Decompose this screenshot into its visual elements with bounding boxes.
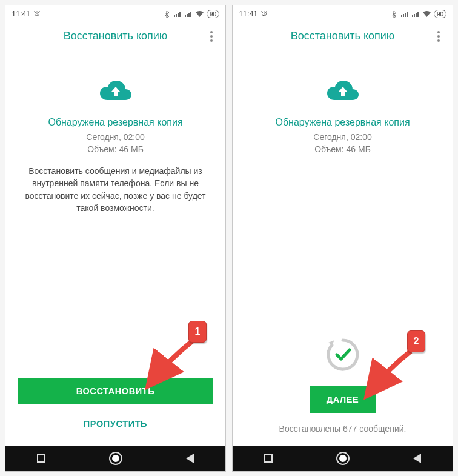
battery-indicator: 90 [434, 10, 446, 18]
battery-indicator: 90 [207, 10, 219, 18]
backup-time: Сегодня, 02:00 [313, 132, 371, 144]
wifi-icon [195, 11, 204, 18]
status-time: 11:41 [12, 10, 30, 18]
app-bar: Восстановить копию [233, 22, 453, 50]
bluetooth-icon [392, 10, 398, 18]
backup-size: Объем: 46 МБ [313, 144, 371, 156]
nav-bar [5, 446, 225, 471]
alarm-icon [33, 10, 41, 19]
nav-recent-icon[interactable] [37, 454, 45, 463]
backup-found-headline: Обнаружена резервная копия [48, 117, 182, 128]
app-title: Восстановить копию [291, 30, 395, 42]
nav-bar [233, 446, 453, 471]
wifi-icon [422, 11, 431, 18]
next-button[interactable]: ДАЛЕЕ [310, 386, 376, 413]
status-time: 11:41 [239, 10, 257, 18]
status-bar: 11:41 90 [5, 5, 225, 22]
nav-back-icon[interactable] [186, 454, 194, 463]
more-options-icon[interactable] [206, 30, 217, 43]
restore-complete-icon [325, 337, 361, 375]
skip-button[interactable]: ПРОПУСТИТЬ [18, 411, 213, 437]
cloud-upload-icon [326, 79, 360, 106]
signal-icon [411, 11, 420, 18]
bluetooth-icon [165, 10, 171, 18]
signal-icon [184, 11, 193, 18]
backup-description: Восстановить сообщения и медиафайлы из в… [18, 165, 213, 214]
app-bar: Восстановить копию [5, 22, 225, 50]
more-options-icon[interactable] [433, 30, 444, 43]
phone-screen-2: 11:41 90 Восстановить копию [232, 5, 453, 472]
app-title: Восстановить копию [64, 30, 168, 42]
signal-icon [173, 11, 182, 18]
cloud-upload-icon [99, 79, 133, 106]
backup-found-headline: Обнаружена резервная копия [275, 117, 410, 128]
nav-home-icon[interactable] [109, 452, 122, 465]
phone-screen-1: 11:41 90 Восстановить копию [5, 5, 226, 472]
nav-home-icon[interactable] [336, 452, 350, 465]
backup-size: Объем: 46 МБ [86, 144, 144, 156]
restored-count: Восстановлены 677 сообщений. [279, 424, 407, 434]
backup-time: Сегодня, 02:00 [86, 132, 144, 144]
alarm-icon [261, 10, 268, 19]
nav-recent-icon[interactable] [264, 454, 273, 463]
signal-icon [400, 11, 409, 18]
nav-back-icon[interactable] [413, 454, 421, 463]
restore-button[interactable]: ВОССТАНОВИТЬ [18, 378, 213, 404]
status-bar: 11:41 90 [233, 5, 453, 22]
